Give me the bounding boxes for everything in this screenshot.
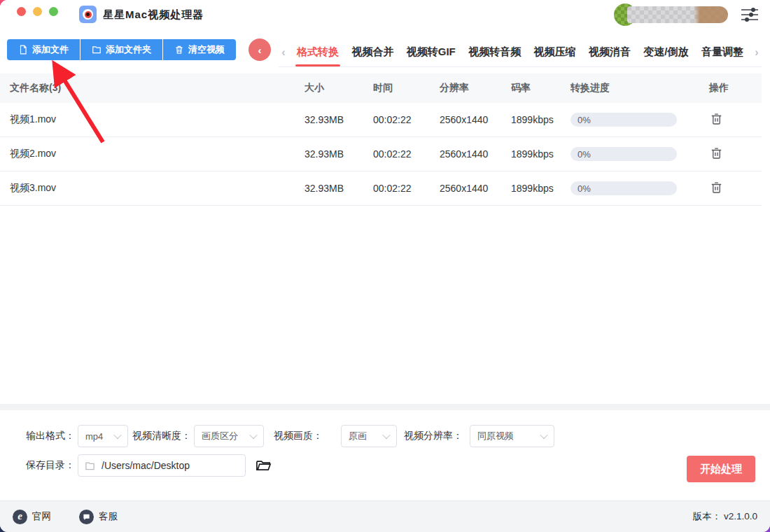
add-file-button[interactable]: 添加文件 xyxy=(7,39,80,60)
tab-video-to-gif[interactable]: 视频转GIF xyxy=(407,38,456,66)
add-folder-button[interactable]: 添加文件夹 xyxy=(80,39,162,60)
quality-value: 原画 xyxy=(349,430,367,442)
save-dir-input[interactable] xyxy=(100,459,239,472)
file-resolution: 2560x1440 xyxy=(440,148,511,160)
file-bitrate: 1899kbps xyxy=(511,148,570,160)
col-duration: 时间 xyxy=(373,82,440,94)
table-row[interactable]: 视频3.mov 32.93MB 00:02:22 2560x1440 1899k… xyxy=(0,172,762,206)
settings-sliders-icon[interactable] xyxy=(741,8,759,22)
clear-videos-label: 清空视频 xyxy=(188,43,225,56)
file-name: 视频2.mov xyxy=(0,148,304,160)
customer-service-link[interactable]: 客服 xyxy=(79,510,118,524)
table-row[interactable]: 视频1.mov 32.93MB 00:02:22 2560x1440 1899k… xyxy=(0,103,762,137)
clear-videos-button[interactable]: 清空视频 xyxy=(162,39,236,60)
tab-video-merge[interactable]: 视频合并 xyxy=(351,38,393,66)
col-resolution: 分辨率 xyxy=(440,82,511,94)
progress-bar: 0% xyxy=(570,181,677,195)
file-duration: 00:02:22 xyxy=(373,183,440,194)
tabs-scroll-right-icon[interactable]: › xyxy=(752,46,762,59)
file-name: 视频1.mov xyxy=(0,113,304,126)
version-label: 版本： xyxy=(693,511,722,522)
save-dir-inputbox xyxy=(78,454,246,477)
website-icon: e xyxy=(13,510,27,524)
file-icon xyxy=(18,45,28,55)
col-size: 大小 xyxy=(304,82,373,94)
tab-volume-adjust[interactable]: 音量调整 xyxy=(701,38,743,66)
resolution-label: 视频分辨率： xyxy=(404,430,463,442)
version-info: 版本： v2.1.0.0 xyxy=(693,510,757,523)
settings-row-2: 保存目录： xyxy=(26,454,272,477)
tab-video-compress[interactable]: 视频压缩 xyxy=(534,38,576,66)
table-row[interactable]: 视频2.mov 32.93MB 00:02:22 2560x1440 1899k… xyxy=(0,137,762,172)
file-actions-group: 添加文件 添加文件夹 清空视频 xyxy=(7,39,236,60)
tab-video-mute[interactable]: 视频消音 xyxy=(589,38,631,66)
file-size: 32.93MB xyxy=(304,114,373,125)
chevron-down-icon xyxy=(540,431,547,439)
folder-icon xyxy=(92,45,102,55)
start-processing-button[interactable]: 开始处理 xyxy=(687,456,755,482)
chevron-left-icon: ‹ xyxy=(258,44,262,56)
trash-icon xyxy=(174,45,184,55)
tab-speed-reverse[interactable]: 变速/倒放 xyxy=(643,38,688,66)
resolution-value: 同原视频 xyxy=(477,430,514,442)
table-header-row: 文件名称(3) 大小 时间 分辨率 码率 转换进度 操作 xyxy=(0,74,762,103)
col-progress: 转换进度 xyxy=(570,82,702,94)
progress-label: 0% xyxy=(578,115,591,125)
traffic-lights xyxy=(17,7,58,16)
file-bitrate: 1899kbps xyxy=(511,114,570,125)
add-folder-label: 添加文件夹 xyxy=(106,43,151,56)
delete-file-button[interactable] xyxy=(709,181,723,195)
quality-label: 视频画质： xyxy=(274,430,323,442)
user-name-redacted xyxy=(627,6,728,23)
official-site-link[interactable]: e 官网 xyxy=(13,510,51,524)
progress-label: 0% xyxy=(578,183,591,194)
output-format-label: 输出格式： xyxy=(26,430,75,442)
close-window-button[interactable] xyxy=(17,7,26,16)
progress-bar: 0% xyxy=(570,113,677,127)
quality-select[interactable]: 原画 xyxy=(341,425,397,447)
trash-icon xyxy=(710,181,723,194)
zoom-window-button[interactable] xyxy=(49,7,58,16)
minimize-window-button[interactable] xyxy=(33,7,42,16)
progress-label: 0% xyxy=(578,149,591,160)
collapse-panel-button[interactable]: ‹ xyxy=(248,38,271,61)
add-file-label: 添加文件 xyxy=(32,43,69,56)
app-logo-icon xyxy=(79,6,97,23)
tab-video-to-audio[interactable]: 视频转音频 xyxy=(468,38,521,66)
file-resolution: 2560x1440 xyxy=(440,183,511,194)
footer: e 官网 客服 版本： v2.1.0.0 xyxy=(0,500,770,532)
folder-open-icon xyxy=(255,457,272,473)
titlebar: 星星Mac视频处理器 xyxy=(0,0,770,29)
browse-folder-button[interactable] xyxy=(255,457,272,474)
chat-bubble-icon xyxy=(79,510,94,524)
file-resolution: 2560x1440 xyxy=(440,114,511,125)
delete-file-button[interactable] xyxy=(709,112,723,126)
customer-service-label: 客服 xyxy=(99,510,118,523)
output-format-value: mp4 xyxy=(85,431,103,442)
chevron-down-icon xyxy=(113,431,121,439)
file-duration: 00:02:22 xyxy=(373,148,440,160)
settings-row-1: 输出格式： mp4 视频清晰度： 画质区分 视频画质： 原画 视频分辨率： 同原… xyxy=(26,425,554,447)
tabs-scroll-left-icon[interactable]: ‹ xyxy=(279,46,288,59)
version-value: v2.1.0.0 xyxy=(724,511,757,522)
clarity-value: 画质区分 xyxy=(202,430,238,442)
app-title: 星星Mac视频处理器 xyxy=(103,8,204,22)
resolution-select[interactable]: 同原视频 xyxy=(470,425,554,447)
chevron-down-icon xyxy=(382,431,390,439)
col-filename: 文件名称(3) xyxy=(0,82,304,94)
tab-format-convert[interactable]: 格式转换 xyxy=(297,38,339,66)
output-format-select[interactable]: mp4 xyxy=(78,425,128,447)
mode-tabbar: ‹ 格式转换 视频合并 视频转GIF 视频转音频 视频压缩 视频消音 变速/倒放… xyxy=(279,38,762,67)
file-name: 视频3.mov xyxy=(0,182,304,195)
trash-icon xyxy=(710,146,723,160)
col-actions: 操作 xyxy=(702,82,762,94)
app-window: 星星Mac视频处理器 添加文件 添加文件夹 xyxy=(0,0,770,532)
tab-list: 格式转换 视频合并 视频转GIF 视频转音频 视频压缩 视频消音 变速/倒放 音… xyxy=(288,38,752,66)
clarity-select[interactable]: 画质区分 xyxy=(194,425,264,447)
output-settings-panel: 输出格式： mp4 视频清晰度： 画质区分 视频画质： 原画 视频分辨率： 同原… xyxy=(0,410,770,500)
panel-divider xyxy=(0,404,770,410)
file-bitrate: 1899kbps xyxy=(511,183,570,194)
chevron-down-icon xyxy=(249,431,257,439)
delete-file-button[interactable] xyxy=(709,146,723,160)
col-bitrate: 码率 xyxy=(511,82,570,94)
